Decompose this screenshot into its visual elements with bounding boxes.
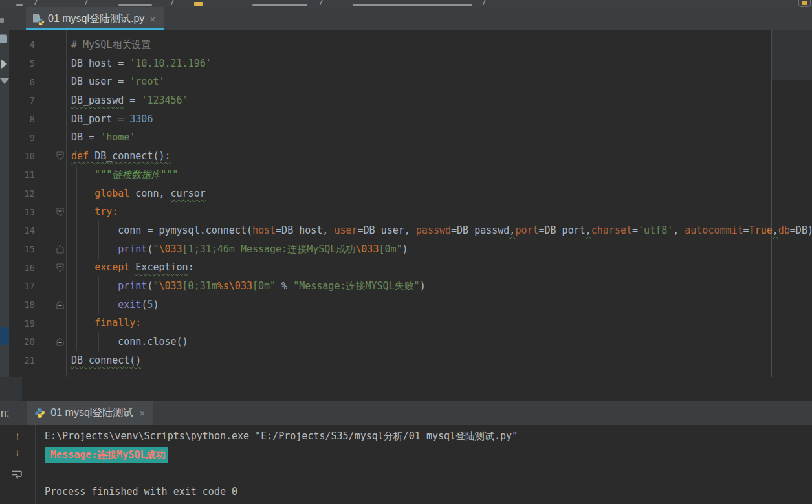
line-number[interactable]: 16 bbox=[9, 263, 35, 273]
gutter-row[interactable]: 17 bbox=[9, 277, 66, 296]
code-token: conn = pymysql.connect( bbox=[71, 225, 252, 236]
line-number[interactable]: 13 bbox=[9, 207, 35, 217]
code-line[interactable]: conn = pymysql.connect(host=DB_host, use… bbox=[67, 221, 812, 240]
line-number[interactable]: 11 bbox=[9, 170, 35, 180]
line-number[interactable]: 20 bbox=[9, 336, 35, 347]
fold-start-icon[interactable] bbox=[56, 151, 65, 160]
gutter-row[interactable]: 6 bbox=[9, 72, 66, 91]
code-line[interactable]: try: bbox=[67, 203, 812, 221]
code-line[interactable]: exit(5) bbox=[67, 296, 812, 314]
expand-right-icon[interactable] bbox=[1, 60, 7, 69]
code-token: autocommit bbox=[685, 225, 743, 236]
code-token: host bbox=[252, 225, 276, 236]
gutter-row[interactable]: 18 bbox=[9, 296, 66, 314]
code-line[interactable]: DB_host = '10.10.21.196' bbox=[67, 54, 812, 73]
code-token: passwd bbox=[416, 225, 451, 236]
code-line[interactable]: DB_passwd = '123456' bbox=[67, 91, 812, 110]
code-line[interactable]: print("\033[0;31m%s\033[0m" % "Message:连… bbox=[67, 277, 812, 296]
code-token: DB_port = bbox=[71, 113, 129, 125]
code-line[interactable]: print("\033[1;31;46m Message:连接MySQL成功\0… bbox=[67, 240, 812, 259]
console-line: Process finished with exit code 0 bbox=[45, 483, 812, 501]
code-line[interactable]: DB_port = 3306 bbox=[67, 110, 812, 129]
line-number[interactable]: 19 bbox=[9, 318, 35, 329]
folder-icon bbox=[194, 2, 203, 6]
fold-start-icon[interactable] bbox=[56, 208, 65, 217]
line-number[interactable]: 7 bbox=[9, 95, 35, 105]
notification-icon[interactable] bbox=[798, 0, 811, 7]
fold-end-icon[interactable] bbox=[56, 300, 65, 309]
gutter-row[interactable]: 21 bbox=[9, 351, 66, 370]
run-tab-active[interactable]: 01 mysql登陆测试 × bbox=[27, 401, 153, 425]
gutter-row[interactable]: 5 bbox=[9, 54, 66, 73]
code-token: conn.close() bbox=[71, 336, 188, 347]
code-token: \033 bbox=[229, 280, 252, 292]
fold-spacer bbox=[56, 133, 65, 142]
code-line[interactable]: DB_user = 'root' bbox=[67, 72, 812, 91]
editor-gutter-rows: 456789101112131415161718192021 bbox=[9, 36, 66, 369]
gutter-row[interactable]: 19 bbox=[9, 314, 66, 333]
line-number[interactable]: 21 bbox=[9, 355, 35, 366]
gutter-row[interactable]: 4 bbox=[9, 36, 66, 54]
console-lines[interactable]: E:\Projects\venv\Scripts\python.exe "E:/… bbox=[36, 425, 812, 504]
code-token: # MySQL相关设置 bbox=[71, 39, 151, 50]
python-file-icon bbox=[32, 14, 43, 25]
code-token: = bbox=[124, 94, 141, 106]
line-number[interactable]: 18 bbox=[9, 300, 35, 310]
code-token: [1;31;46m Message:连接MySQL成功 bbox=[182, 243, 356, 255]
line-number[interactable]: 10 bbox=[9, 151, 35, 161]
code-line[interactable]: conn.close() bbox=[67, 333, 812, 351]
code-token: DB_user = bbox=[71, 76, 129, 87]
line-number[interactable]: 12 bbox=[9, 188, 35, 199]
gutter-row[interactable]: 7 bbox=[9, 91, 66, 110]
soft-wrap-icon[interactable] bbox=[11, 469, 24, 482]
code-token: conn, bbox=[129, 188, 170, 199]
gutter-row[interactable]: 13 bbox=[9, 203, 66, 221]
editor-tab-bar: 01 mysql登陆测试.py × bbox=[0, 7, 812, 30]
gutter-row[interactable]: 20 bbox=[9, 333, 66, 351]
gutter-row[interactable]: 8 bbox=[9, 110, 66, 129]
code-line[interactable]: DB_connect() bbox=[67, 351, 812, 370]
code-token: \033 bbox=[159, 243, 182, 255]
editor-gutter[interactable]: 456789101112131415161718192021 bbox=[9, 30, 67, 377]
up-arrow-icon[interactable] bbox=[15, 428, 21, 444]
close-icon[interactable]: × bbox=[138, 408, 146, 418]
line-number[interactable]: 6 bbox=[9, 77, 35, 87]
line-number[interactable]: 9 bbox=[9, 133, 35, 143]
fold-start-icon[interactable] bbox=[56, 263, 65, 272]
editor-tab-title: 01 mysql登陆测试.py bbox=[48, 12, 144, 26]
code-line[interactable]: finally: bbox=[67, 314, 812, 333]
code-token: =DB_passwd bbox=[451, 225, 509, 236]
gutter-row[interactable]: 12 bbox=[9, 184, 66, 203]
expand-down-icon[interactable] bbox=[0, 78, 9, 84]
code-line[interactable]: global conn, cursor bbox=[67, 184, 812, 203]
gutter-row[interactable]: 15 bbox=[9, 240, 66, 259]
gutter-row[interactable]: 10 bbox=[9, 147, 66, 166]
code-line[interactable]: except Exception: bbox=[67, 258, 812, 277]
gutter-row[interactable]: 14 bbox=[9, 221, 66, 240]
fold-end-icon[interactable] bbox=[56, 337, 65, 346]
code-line[interactable]: def DB_connect(): bbox=[67, 147, 812, 166]
line-number[interactable]: 14 bbox=[9, 225, 35, 236]
gutter-row[interactable]: 11 bbox=[9, 166, 66, 184]
fold-end-icon[interactable] bbox=[56, 245, 65, 254]
close-icon[interactable]: × bbox=[149, 14, 156, 24]
gutter-row[interactable]: 9 bbox=[9, 128, 66, 147]
line-number[interactable]: 4 bbox=[9, 39, 35, 50]
project-tree-sliver[interactable] bbox=[0, 30, 9, 377]
line-number[interactable]: 15 bbox=[9, 244, 35, 254]
line-number[interactable]: 8 bbox=[9, 114, 35, 124]
code-line[interactable]: DB = 'home' bbox=[67, 128, 812, 147]
line-number[interactable]: 5 bbox=[9, 58, 35, 69]
code-line[interactable]: # MySQL相关设置 bbox=[67, 36, 812, 54]
code-token: print bbox=[118, 243, 147, 255]
breadcrumb-separator: / bbox=[34, 0, 39, 6]
fold-spacer bbox=[56, 40, 65, 49]
down-arrow-icon[interactable] bbox=[15, 444, 21, 461]
editor-code[interactable]: # MySQL相关设置DB_host = '10.10.21.196'DB_us… bbox=[67, 30, 812, 377]
breadcrumb-fragment bbox=[16, 4, 23, 6]
code-line[interactable]: """链接数据库""" bbox=[67, 166, 812, 184]
breadcrumb[interactable]: / / / / / bbox=[0, 0, 812, 7]
editor-tab-active[interactable]: 01 mysql登陆测试.py × bbox=[26, 7, 164, 30]
gutter-row[interactable]: 16 bbox=[9, 258, 66, 277]
line-number[interactable]: 17 bbox=[9, 281, 35, 291]
